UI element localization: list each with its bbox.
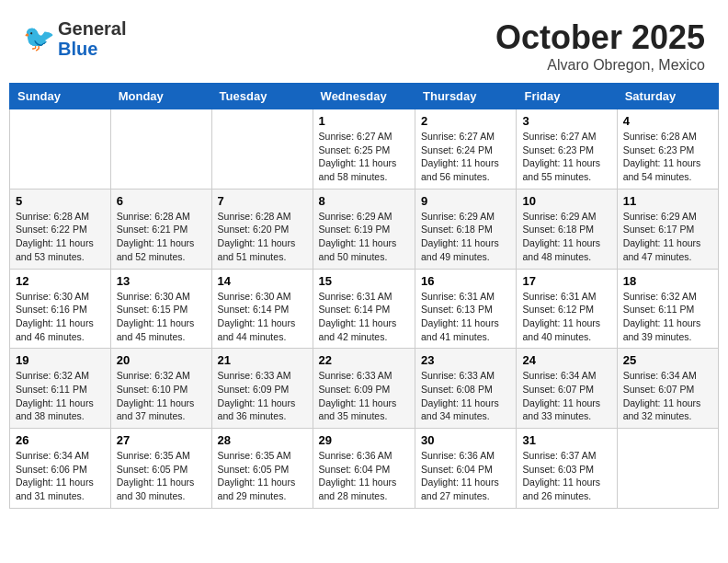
month-title: October 2025 [495,18,705,57]
calendar-cell: 15Sunrise: 6:31 AM Sunset: 6:14 PM Dayli… [313,269,415,349]
calendar-cell: 6Sunrise: 6:28 AM Sunset: 6:21 PM Daylig… [110,189,211,269]
day-info: Sunrise: 6:27 AM Sunset: 6:23 PM Dayligh… [522,130,610,184]
calendar-cell: 27Sunrise: 6:35 AM Sunset: 6:05 PM Dayli… [110,429,211,509]
day-info: Sunrise: 6:29 AM Sunset: 6:19 PM Dayligh… [319,210,409,264]
day-info: Sunrise: 6:32 AM Sunset: 6:10 PM Dayligh… [117,369,206,423]
calendar-cell: 31Sunrise: 6:37 AM Sunset: 6:03 PM Dayli… [517,429,617,509]
day-number: 7 [218,194,307,208]
weekday-header-tuesday: Tuesday [211,84,313,109]
week-row-1: 1Sunrise: 6:27 AM Sunset: 6:25 PM Daylig… [10,109,719,190]
day-info: Sunrise: 6:31 AM Sunset: 6:13 PM Dayligh… [421,290,510,344]
weekday-header-friday: Friday [517,84,617,109]
day-info: Sunrise: 6:33 AM Sunset: 6:09 PM Dayligh… [218,369,307,423]
calendar-cell: 10Sunrise: 6:29 AM Sunset: 6:18 PM Dayli… [517,189,617,269]
day-info: Sunrise: 6:28 AM Sunset: 6:21 PM Dayligh… [117,210,206,264]
day-number: 22 [319,353,409,367]
day-info: Sunrise: 6:35 AM Sunset: 6:05 PM Dayligh… [117,449,206,503]
calendar-cell: 9Sunrise: 6:29 AM Sunset: 6:18 PM Daylig… [415,189,517,269]
day-number: 25 [623,353,712,367]
calendar-cell: 11Sunrise: 6:29 AM Sunset: 6:17 PM Dayli… [617,189,718,269]
logo-blue: Blue [58,39,126,59]
logo: 🐦 General Blue [23,18,126,59]
title-block: October 2025 Alvaro Obregon, Mexico [495,18,705,74]
day-number: 20 [117,353,206,367]
day-info: Sunrise: 6:29 AM Sunset: 6:18 PM Dayligh… [421,210,510,264]
calendar-cell: 18Sunrise: 6:32 AM Sunset: 6:11 PM Dayli… [617,269,718,349]
calendar-cell [10,109,111,190]
day-number: 2 [421,114,510,128]
calendar-cell: 30Sunrise: 6:36 AM Sunset: 6:04 PM Dayli… [415,429,517,509]
day-info: Sunrise: 6:30 AM Sunset: 6:14 PM Dayligh… [218,290,307,344]
calendar-cell [110,109,211,190]
calendar-cell: 1Sunrise: 6:27 AM Sunset: 6:25 PM Daylig… [313,109,415,190]
location-title: Alvaro Obregon, Mexico [495,57,705,74]
day-number: 27 [117,433,206,447]
page-header: 🐦 General Blue October 2025 Alvaro Obreg… [9,9,719,78]
week-row-4: 19Sunrise: 6:32 AM Sunset: 6:11 PM Dayli… [10,349,719,429]
day-info: Sunrise: 6:29 AM Sunset: 6:18 PM Dayligh… [522,210,610,264]
day-number: 28 [218,433,307,447]
calendar-cell: 12Sunrise: 6:30 AM Sunset: 6:16 PM Dayli… [10,269,111,349]
day-number: 29 [319,433,409,447]
day-info: Sunrise: 6:29 AM Sunset: 6:17 PM Dayligh… [623,210,712,264]
calendar-cell [211,109,313,190]
calendar-cell: 13Sunrise: 6:30 AM Sunset: 6:15 PM Dayli… [110,269,211,349]
calendar-cell: 29Sunrise: 6:36 AM Sunset: 6:04 PM Dayli… [313,429,415,509]
day-info: Sunrise: 6:36 AM Sunset: 6:04 PM Dayligh… [319,449,409,503]
calendar-cell: 25Sunrise: 6:34 AM Sunset: 6:07 PM Dayli… [617,349,718,429]
day-number: 6 [117,194,206,208]
day-number: 26 [16,433,105,447]
week-row-2: 5Sunrise: 6:28 AM Sunset: 6:22 PM Daylig… [10,189,719,269]
calendar-body: 1Sunrise: 6:27 AM Sunset: 6:25 PM Daylig… [10,109,719,509]
day-info: Sunrise: 6:28 AM Sunset: 6:20 PM Dayligh… [218,210,307,264]
weekday-header-wednesday: Wednesday [313,84,415,109]
logo-general: General [58,18,126,39]
day-number: 4 [623,114,712,128]
day-number: 15 [319,274,409,288]
logo-bird-icon: 🐦 [23,21,58,56]
day-info: Sunrise: 6:34 AM Sunset: 6:06 PM Dayligh… [16,449,105,503]
day-info: Sunrise: 6:33 AM Sunset: 6:08 PM Dayligh… [421,369,510,423]
calendar-cell: 21Sunrise: 6:33 AM Sunset: 6:09 PM Dayli… [211,349,313,429]
day-number: 14 [218,274,307,288]
calendar-cell: 26Sunrise: 6:34 AM Sunset: 6:06 PM Dayli… [10,429,111,509]
calendar-table: SundayMondayTuesdayWednesdayThursdayFrid… [9,83,719,509]
calendar-cell: 8Sunrise: 6:29 AM Sunset: 6:19 PM Daylig… [313,189,415,269]
day-info: Sunrise: 6:34 AM Sunset: 6:07 PM Dayligh… [623,369,712,423]
day-info: Sunrise: 6:31 AM Sunset: 6:12 PM Dayligh… [522,290,610,344]
day-number: 24 [522,353,610,367]
calendar-cell: 23Sunrise: 6:33 AM Sunset: 6:08 PM Dayli… [415,349,517,429]
svg-text:🐦: 🐦 [23,23,55,53]
day-number: 9 [421,194,510,208]
day-info: Sunrise: 6:28 AM Sunset: 6:23 PM Dayligh… [623,130,712,184]
calendar-cell: 20Sunrise: 6:32 AM Sunset: 6:10 PM Dayli… [110,349,211,429]
calendar-cell: 5Sunrise: 6:28 AM Sunset: 6:22 PM Daylig… [10,189,111,269]
calendar-cell: 7Sunrise: 6:28 AM Sunset: 6:20 PM Daylig… [211,189,313,269]
day-number: 19 [16,353,105,367]
calendar-cell: 3Sunrise: 6:27 AM Sunset: 6:23 PM Daylig… [517,109,617,190]
calendar-cell: 28Sunrise: 6:35 AM Sunset: 6:05 PM Dayli… [211,429,313,509]
weekday-header-monday: Monday [110,84,211,109]
day-number: 3 [522,114,610,128]
calendar-cell: 2Sunrise: 6:27 AM Sunset: 6:24 PM Daylig… [415,109,517,190]
day-info: Sunrise: 6:32 AM Sunset: 6:11 PM Dayligh… [623,290,712,344]
calendar-cell: 14Sunrise: 6:30 AM Sunset: 6:14 PM Dayli… [211,269,313,349]
calendar-cell: 4Sunrise: 6:28 AM Sunset: 6:23 PM Daylig… [617,109,718,190]
week-row-5: 26Sunrise: 6:34 AM Sunset: 6:06 PM Dayli… [10,429,719,509]
calendar-cell: 19Sunrise: 6:32 AM Sunset: 6:11 PM Dayli… [10,349,111,429]
day-number: 10 [522,194,610,208]
calendar-cell: 24Sunrise: 6:34 AM Sunset: 6:07 PM Dayli… [517,349,617,429]
day-info: Sunrise: 6:34 AM Sunset: 6:07 PM Dayligh… [522,369,610,423]
day-number: 21 [218,353,307,367]
weekday-header-saturday: Saturday [617,84,718,109]
day-info: Sunrise: 6:32 AM Sunset: 6:11 PM Dayligh… [16,369,105,423]
day-number: 8 [319,194,409,208]
weekday-header-sunday: Sunday [10,84,111,109]
day-number: 12 [16,274,105,288]
day-number: 17 [522,274,610,288]
day-info: Sunrise: 6:35 AM Sunset: 6:05 PM Dayligh… [218,449,307,503]
day-info: Sunrise: 6:31 AM Sunset: 6:14 PM Dayligh… [319,290,409,344]
calendar-cell: 17Sunrise: 6:31 AM Sunset: 6:12 PM Dayli… [517,269,617,349]
calendar-header: SundayMondayTuesdayWednesdayThursdayFrid… [10,84,719,109]
day-info: Sunrise: 6:36 AM Sunset: 6:04 PM Dayligh… [421,449,510,503]
